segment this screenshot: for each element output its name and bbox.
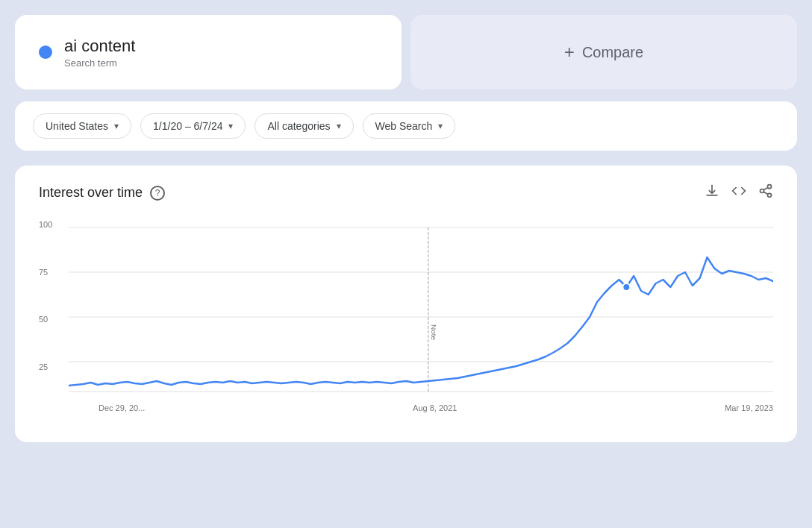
download-icon[interactable] (705, 183, 719, 202)
x-label-end: Mar 19, 2023 (725, 403, 773, 412)
x-label-mid: Aug 8, 2021 (413, 403, 457, 412)
svg-text:Note: Note (430, 324, 438, 341)
region-label: United States (46, 120, 108, 132)
compare-plus-icon: + (564, 42, 575, 63)
compare-inner: + Compare (564, 42, 643, 63)
search-term-text: ai content Search term (64, 37, 135, 69)
svg-line-4 (763, 187, 768, 189)
x-axis-labels: Dec 29, 20... Aug 8, 2021 Mar 19, 2023 (69, 399, 773, 412)
chart-svg: Note (69, 220, 773, 399)
date-range-dropdown[interactable]: 1/1/20 – 6/7/24 ▾ (140, 113, 246, 139)
svg-line-3 (763, 192, 768, 194)
category-arrow: ▾ (337, 121, 341, 131)
search-term-card: ai content Search term (15, 15, 402, 89)
category-dropdown[interactable]: All categories ▾ (254, 113, 353, 139)
help-icon[interactable]: ? (150, 186, 165, 201)
chart-title: Interest over time (39, 185, 143, 201)
svg-point-1 (761, 189, 764, 193)
y-label-25: 25 (39, 362, 52, 371)
share-icon[interactable] (758, 183, 773, 202)
top-section: ai content Search term + Compare (15, 15, 797, 89)
date-range-label: 1/1/20 – 6/7/24 (153, 120, 222, 132)
y-axis-labels: 100 75 50 25 (39, 220, 52, 412)
chart-container: 100 75 50 25 Note (39, 220, 773, 412)
search-type-label: Web Search (375, 120, 433, 132)
compare-label: Compare (582, 44, 643, 61)
category-label: All categories (267, 120, 330, 132)
date-range-arrow: ▾ (228, 121, 233, 131)
chart-area: Note (69, 220, 773, 399)
x-label-start: Dec 29, 20... (99, 403, 145, 412)
chart-title-group: Interest over time ? (39, 185, 165, 201)
y-label-75: 75 (39, 268, 52, 277)
search-dot (39, 45, 52, 59)
chart-card: Interest over time ? (15, 166, 797, 442)
chart-actions (705, 183, 773, 202)
region-arrow: ▾ (114, 121, 119, 131)
search-type-dropdown[interactable]: Web Search ▾ (363, 113, 456, 139)
y-label-100: 100 (39, 220, 52, 229)
filters-bar: United States ▾ 1/1/20 – 6/7/24 ▾ All ca… (15, 101, 797, 151)
svg-point-0 (768, 185, 772, 189)
search-term-main: ai content (64, 37, 135, 56)
svg-point-12 (622, 283, 630, 291)
embed-icon[interactable] (731, 183, 746, 202)
y-label-50: 50 (39, 315, 52, 324)
compare-card[interactable]: + Compare (410, 15, 797, 89)
chart-header: Interest over time ? (39, 183, 773, 202)
svg-point-2 (768, 193, 772, 197)
region-dropdown[interactable]: United States ▾ (33, 113, 131, 139)
search-type-arrow: ▾ (438, 121, 443, 131)
search-term-sub: Search term (64, 57, 135, 69)
